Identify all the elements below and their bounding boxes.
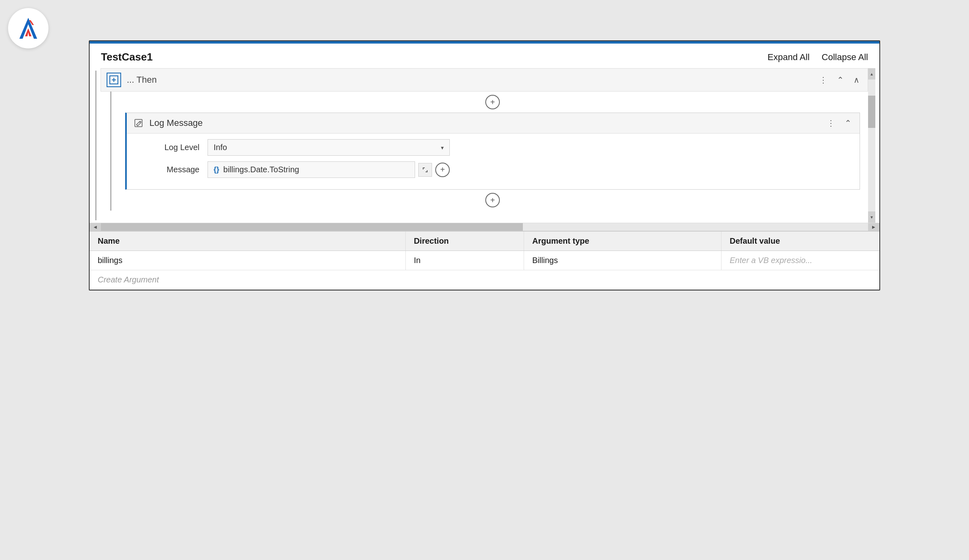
left-border-1 [95, 71, 96, 220]
add-activity-button-top[interactable]: + [485, 95, 500, 109]
expand-icon [422, 167, 428, 173]
scrollbar-track [868, 79, 875, 211]
log-message-header: Log Message ⋮ ⌃ [127, 113, 860, 134]
log-level-label: Log Level [135, 143, 199, 152]
log-level-row: Log Level Info ▾ [135, 139, 852, 156]
add-btn-row-top: + [117, 92, 868, 113]
log-message-collapse-button[interactable]: ⌃ [842, 117, 854, 129]
log-message-more-button[interactable]: ⋮ [824, 117, 837, 129]
message-input-box[interactable]: {} billings.Date.ToString [208, 161, 415, 178]
scrollbar-h-track [101, 223, 868, 231]
dropdown-chevron-icon: ▾ [441, 144, 444, 151]
scrollbar-thumb[interactable] [868, 96, 875, 128]
default-value-text: Enter a VB expressio... [730, 256, 812, 265]
message-expand-button[interactable] [418, 163, 432, 177]
col-default-value: Default value [722, 232, 879, 251]
log-level-dropdown[interactable]: Info ▾ [208, 139, 450, 156]
row-argument-type: Billings [524, 251, 722, 270]
message-add-button[interactable]: + [435, 163, 450, 177]
row-direction: In [405, 251, 524, 270]
arguments-table: Name Direction Argument type Default val… [90, 232, 879, 290]
create-argument-label[interactable]: Create Argument [90, 270, 879, 290]
row-name: billings [90, 251, 405, 270]
log-message-edit-icon [132, 117, 145, 129]
then-label: ... Then [127, 75, 817, 85]
edit-icon [134, 119, 143, 127]
log-message-card: Log Message ⋮ ⌃ [125, 113, 860, 190]
message-row: Message {} billings.Date.ToString [135, 161, 852, 178]
log-level-control: Info ▾ [208, 139, 450, 156]
then-more-button[interactable]: ⋮ [817, 74, 830, 86]
left-border-2 [110, 92, 111, 211]
message-value: billings.Date.ToString [223, 165, 299, 174]
logo-circle [8, 8, 48, 48]
log-message-title: Log Message [149, 118, 824, 128]
collapse-all-button[interactable]: Collapse All [822, 52, 868, 63]
then-collapse-button[interactable]: ⌃ [835, 74, 846, 86]
log-level-value: Info [214, 143, 227, 152]
nested-inner: + [117, 92, 868, 211]
log-message-header-actions: ⋮ ⌃ [824, 117, 854, 129]
scroll-up-arrow[interactable]: ▲ [868, 68, 875, 79]
scroll-right-arrow[interactable]: ▶ [868, 223, 879, 231]
nested-container: + [105, 92, 868, 211]
table-row: billings In Billings Enter a VB expressi… [90, 251, 879, 270]
message-control: {} billings.Date.ToString [208, 161, 450, 178]
then-block-icon [109, 75, 118, 84]
then-icon [107, 73, 121, 87]
scroll-left-arrow[interactable]: ◀ [90, 223, 101, 231]
vertical-scrollbar[interactable]: ▲ ▼ [868, 68, 875, 223]
then-actions: ⋮ ⌃ ∧ [817, 74, 862, 86]
window-header: TestCase1 Expand All Collapse All [90, 44, 879, 68]
scrollbar-h-thumb[interactable] [101, 223, 523, 231]
expand-all-button[interactable]: Expand All [768, 52, 810, 63]
then-block: ... Then ⋮ ⌃ ∧ [101, 68, 868, 92]
add-btn-row-bottom: + [117, 190, 868, 211]
log-message-body: Log Level Info ▾ [127, 134, 860, 189]
expression-icon: {} [214, 165, 219, 174]
add-activity-button-bottom[interactable]: + [485, 193, 500, 207]
window-title: TestCase1 [101, 51, 153, 63]
header-actions: Expand All Collapse All [768, 52, 868, 63]
logo-icon [16, 16, 40, 40]
message-label: Message [135, 165, 199, 174]
create-argument-row[interactable]: Create Argument [90, 270, 879, 290]
scroll-down-arrow[interactable]: ▼ [868, 211, 875, 223]
then-scroll-up-button[interactable]: ∧ [851, 74, 862, 86]
col-name: Name [90, 232, 405, 251]
main-window: TestCase1 Expand All Collapse All [89, 40, 880, 290]
window-content: ... Then ⋮ ⌃ ∧ [90, 68, 879, 290]
col-argument-type: Argument type [524, 232, 722, 251]
horizontal-scrollbar[interactable]: ◀ ▶ [90, 223, 879, 231]
arguments-table-area: Name Direction Argument type Default val… [90, 231, 879, 290]
row-default-value[interactable]: Enter a VB expressio... [722, 251, 879, 270]
workflow-scroll-area: ... Then ⋮ ⌃ ∧ [101, 68, 868, 223]
col-direction: Direction [405, 232, 524, 251]
